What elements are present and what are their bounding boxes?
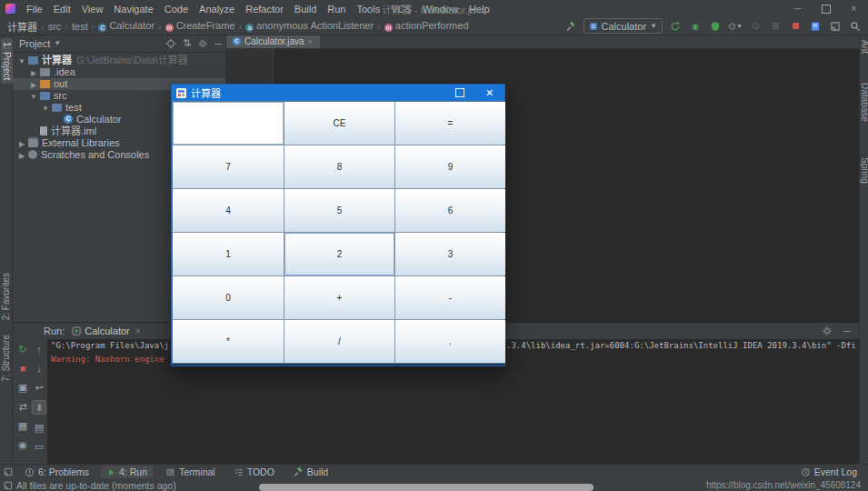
calc-button-7[interactable]: 7 bbox=[173, 145, 284, 188]
move-down-icon[interactable]: ↓ bbox=[33, 362, 45, 375]
close-button[interactable]: × bbox=[840, 0, 868, 17]
chevron-down-icon[interactable]: ▼ bbox=[54, 39, 61, 47]
menu-item-edit[interactable]: Edit bbox=[48, 4, 76, 15]
rerun-icon[interactable]: ↻ bbox=[16, 343, 29, 356]
search-everywhere-icon[interactable] bbox=[848, 19, 863, 34]
restore-layout-icon[interactable]: ⇄ bbox=[16, 400, 29, 413]
tree-row-folder[interactable]: ▶.idea bbox=[12, 66, 225, 78]
breadcrumb-item[interactable]: src bbox=[48, 21, 62, 32]
clear-all-icon[interactable]: ▭ bbox=[33, 440, 45, 453]
locate-icon[interactable] bbox=[165, 38, 176, 49]
menu-item-refactor[interactable]: Refactor bbox=[240, 4, 289, 15]
menu-item-run[interactable]: Run bbox=[322, 4, 351, 15]
menu-item-view[interactable]: View bbox=[76, 4, 109, 15]
tool-windows-icon[interactable] bbox=[828, 19, 843, 34]
calc-button-9[interactable]: 9 bbox=[395, 145, 505, 188]
tree-chevron-icon[interactable]: ▶ bbox=[17, 150, 26, 161]
project-panel-title[interactable]: Project bbox=[19, 38, 50, 49]
calc-button-divide[interactable]: / bbox=[284, 320, 394, 363]
print-icon[interactable]: ▤ bbox=[33, 421, 45, 434]
bottom-stripe-todo[interactable]: TODO bbox=[227, 466, 281, 478]
layout-settings-icon[interactable]: ▦ bbox=[16, 419, 29, 432]
tree-item-label: 计算器 bbox=[42, 55, 72, 65]
menu-item-file[interactable]: File bbox=[21, 4, 48, 15]
breadcrumb-item[interactable]: mCreateFrame bbox=[165, 20, 235, 32]
stop-icon[interactable]: ■ bbox=[16, 362, 29, 375]
tree-chevron-icon[interactable]: ▼ bbox=[41, 103, 50, 114]
bottom-stripe--problems[interactable]: 6: Problems bbox=[18, 466, 95, 478]
settings-gear-icon[interactable] bbox=[197, 38, 208, 49]
menu-item-analyze[interactable]: Analyze bbox=[194, 4, 240, 15]
hide-panel-icon[interactable]: ─ bbox=[843, 326, 851, 336]
hide-panel-icon[interactable]: ─ bbox=[215, 38, 222, 49]
event-log-button[interactable]: Event Log bbox=[801, 466, 868, 477]
run-button[interactable] bbox=[668, 19, 683, 34]
tree-row-folder-project[interactable]: ▼计算器G:\JetBrains\Data\计算器 bbox=[12, 55, 225, 66]
stop-button[interactable] bbox=[788, 19, 803, 34]
pin-icon[interactable]: ◉ bbox=[16, 438, 29, 451]
tab-close-icon[interactable]: × bbox=[308, 37, 313, 46]
calc-button-plus[interactable]: + bbox=[284, 276, 394, 319]
soft-wrap-icon[interactable]: ↩ bbox=[33, 381, 45, 394]
calc-button-3[interactable]: 3 bbox=[395, 233, 505, 276]
run-tab-calculator[interactable]: Calculator × bbox=[72, 326, 140, 336]
calc-button-minus[interactable]: - bbox=[395, 276, 505, 319]
collapse-all-icon[interactable]: ⇅ bbox=[183, 37, 191, 49]
breadcrumb-item[interactable]: CCalculator bbox=[98, 20, 155, 32]
tool-stripe-project[interactable]: 1: Project bbox=[1, 38, 13, 84]
calc-button-4[interactable]: 4 bbox=[173, 189, 284, 232]
scroll-to-end-icon[interactable]: ⇟ bbox=[32, 400, 46, 415]
breadcrumb-item[interactable]: aanonymous ActionListener bbox=[245, 20, 374, 32]
tool-stripe-database[interactable]: Database bbox=[860, 83, 868, 122]
breadcrumb-item[interactable]: test bbox=[72, 21, 88, 32]
calc-button-8[interactable]: 8 bbox=[284, 145, 394, 188]
calc-button-ce[interactable]: CE bbox=[284, 102, 394, 145]
menu-item-navigate[interactable]: Navigate bbox=[108, 4, 158, 15]
calculator-close-button[interactable]: ✕ bbox=[474, 85, 504, 101]
calc-button-1[interactable]: 1 bbox=[173, 233, 284, 276]
calc-button-multiply[interactable]: * bbox=[173, 320, 284, 363]
tool-stripe-ant[interactable]: Ant bbox=[860, 40, 868, 54]
editor-tab-calculator-java[interactable]: C Calculator.java × bbox=[225, 35, 320, 48]
menu-item-code[interactable]: Code bbox=[159, 4, 194, 15]
tree-chevron-icon[interactable]: ▶ bbox=[17, 138, 26, 149]
tree-chevron-icon[interactable]: ▶ bbox=[29, 67, 38, 78]
calc-button-0[interactable]: 0 bbox=[173, 276, 284, 319]
breadcrumb-item[interactable]: 计算器 bbox=[7, 19, 37, 34]
tab-close-icon[interactable]: × bbox=[135, 326, 141, 336]
tool-stripe-spring[interactable]: Spring bbox=[860, 157, 868, 184]
bottom-stripe-terminal[interactable]: Terminal bbox=[159, 466, 222, 478]
coverage-button[interactable] bbox=[708, 19, 723, 34]
dump-threads-icon[interactable]: ▣ bbox=[16, 381, 29, 394]
calc-button-5[interactable]: 5 bbox=[284, 189, 394, 232]
docs-icon[interactable] bbox=[808, 19, 823, 34]
menu-item-build[interactable]: Build bbox=[289, 4, 322, 15]
tree-chevron-icon[interactable]: ▼ bbox=[29, 91, 38, 102]
tool-window-switcher-icon[interactable] bbox=[4, 467, 13, 476]
move-up-icon[interactable]: ↑ bbox=[33, 343, 45, 356]
calc-button-equals[interactable]: = bbox=[395, 102, 505, 145]
run-config-selector[interactable]: C Calculator ▼ bbox=[584, 18, 663, 34]
calc-button-2[interactable]: 2 bbox=[284, 233, 394, 276]
calculator-titlebar[interactable]: 计算器 ✕ bbox=[172, 85, 504, 101]
settings-gear-icon[interactable] bbox=[822, 326, 833, 336]
bottom-stripe--run[interactable]: 4: Run bbox=[101, 466, 154, 478]
calc-button-dot[interactable]: . bbox=[395, 320, 505, 363]
tree-chevron-icon[interactable]: ▼ bbox=[17, 55, 26, 66]
tree-chevron-icon[interactable]: ▶ bbox=[29, 79, 38, 90]
build-hammer-icon[interactable] bbox=[564, 19, 578, 34]
tool-stripe-structure[interactable]: 7: Structure bbox=[1, 335, 11, 382]
profiler-button[interactable]: ▼ bbox=[728, 19, 743, 34]
folder-project-icon bbox=[28, 56, 38, 65]
debug-button[interactable] bbox=[688, 19, 703, 34]
breadcrumb-item[interactable]: mactionPerformed bbox=[384, 20, 469, 32]
minimize-button[interactable]: ─ bbox=[783, 0, 812, 17]
calc-button-6[interactable]: 6 bbox=[395, 189, 505, 232]
bottom-stripe-build[interactable]: Build bbox=[286, 466, 334, 478]
calculator-maximize-button[interactable] bbox=[444, 85, 474, 101]
maximize-button[interactable] bbox=[812, 0, 840, 17]
calculator-display[interactable] bbox=[173, 102, 284, 145]
status-switcher-icon[interactable] bbox=[4, 481, 13, 490]
menu-item-tools[interactable]: Tools bbox=[351, 4, 385, 15]
tool-stripe-favorites[interactable]: 2: Favorites bbox=[1, 273, 11, 320]
